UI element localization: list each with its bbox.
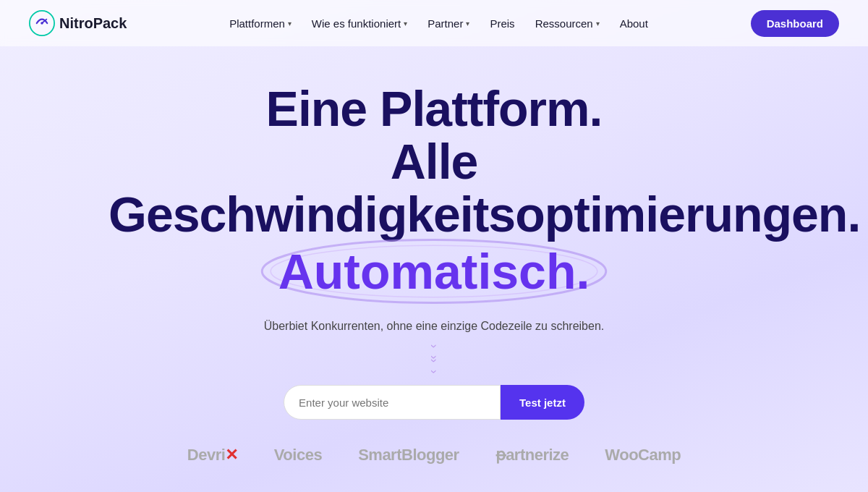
chevron-down-icon: ▾	[288, 20, 292, 27]
brand-partnerize: ᵽartnerize	[495, 446, 569, 465]
hero-headline: Eine Plattform. Alle Geschwindigkeitsopt…	[109, 82, 760, 240]
nav-links: Plattformen ▾ Wie es funktioniert ▾ Part…	[221, 12, 657, 35]
logo-text: NitroPack	[59, 15, 127, 32]
hero-auto-text: Automatisch.	[278, 244, 590, 299]
navbar: NitroPack Plattformen ▾ Wie es funktioni…	[0, 0, 868, 46]
logo-link[interactable]: NitroPack	[29, 10, 127, 36]
nav-item-preis[interactable]: Preis	[481, 12, 523, 35]
test-button[interactable]: Test jetzt	[501, 385, 584, 420]
brand-smartblogger: SmartBlogger	[358, 446, 459, 465]
chevron-down-icon: ▾	[466, 20, 469, 27]
chevron-down-icon: ▾	[596, 20, 600, 27]
brand-woocamp: WooCamp	[605, 446, 681, 465]
brand-devrix: Devri✕	[187, 446, 238, 465]
logo-icon	[29, 10, 55, 36]
nav-item-about[interactable]: About	[611, 12, 657, 35]
hero-subtitle: Überbiet Konkurrenten, ohne eine einzige…	[264, 320, 605, 333]
nav-item-wie-es-funktioniert[interactable]: Wie es funktioniert ▾	[303, 12, 416, 35]
dashboard-button[interactable]: Dashboard	[751, 10, 839, 37]
brand-voices: Voices	[274, 446, 322, 465]
website-input[interactable]	[284, 385, 501, 420]
scroll-indicator: › › › ›	[427, 346, 442, 372]
nav-item-partner[interactable]: Partner ▾	[419, 12, 478, 35]
nav-item-plattformen[interactable]: Plattformen ▾	[221, 12, 300, 35]
chevron-down-icon: ▾	[404, 20, 407, 27]
hero-section: Eine Plattform. Alle Geschwindigkeitsopt…	[0, 46, 868, 472]
svg-point-2	[41, 22, 43, 25]
hero-auto-wrapper: Automatisch.	[278, 243, 590, 300]
website-input-row: Test jetzt	[284, 385, 584, 420]
nav-item-ressourcen[interactable]: Ressourcen ▾	[527, 12, 608, 35]
brand-logos-row: Devri✕ Voices SmartBlogger ᵽartnerize Wo…	[187, 446, 681, 472]
